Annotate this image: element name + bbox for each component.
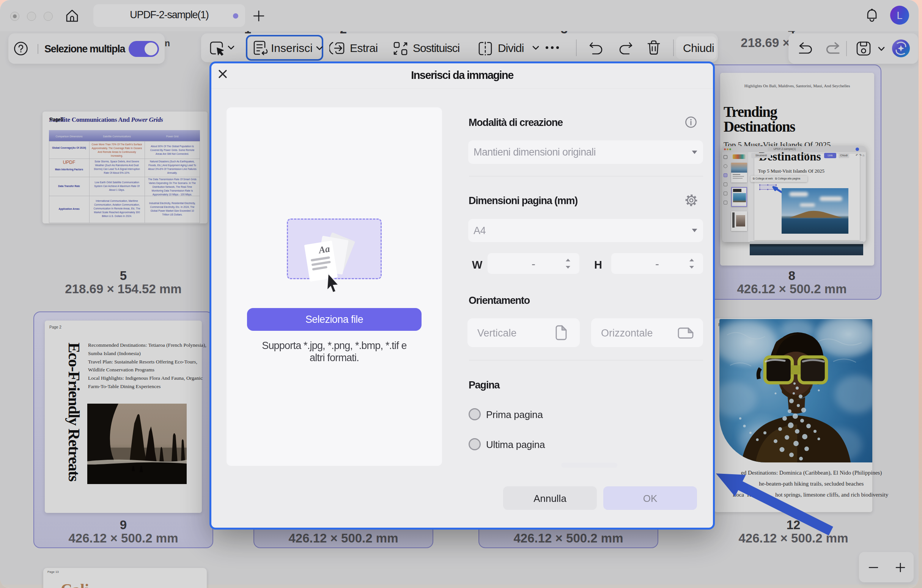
svg-text:Aa: Aa bbox=[317, 243, 330, 255]
